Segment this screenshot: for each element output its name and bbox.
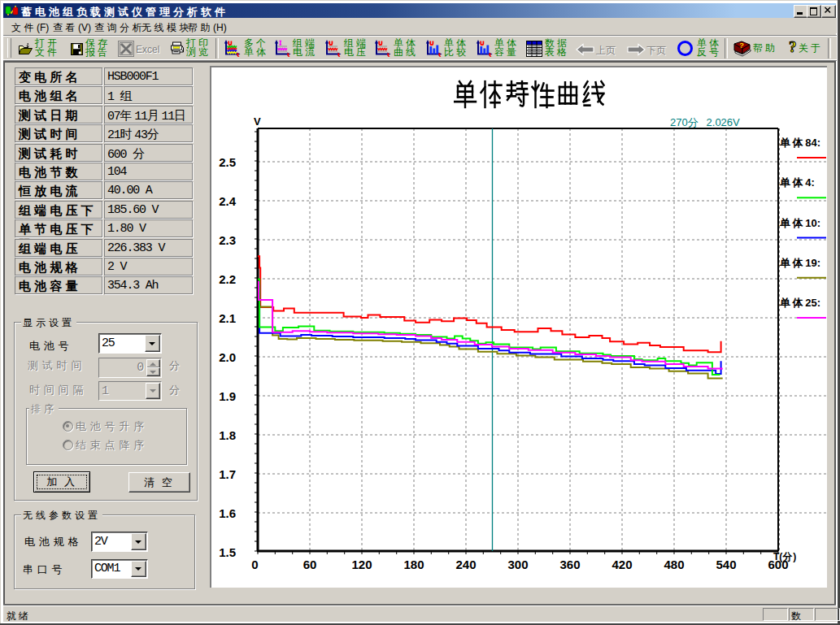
svg-text:1.5: 1.5	[219, 545, 236, 559]
svg-text:2.0: 2.0	[219, 350, 236, 364]
svg-text:2.4: 2.4	[219, 194, 237, 208]
svg-text:240: 240	[455, 558, 476, 571]
svg-text:300: 300	[507, 558, 528, 571]
svg-text:540: 540	[716, 558, 736, 571]
svg-text:2.5: 2.5	[219, 155, 236, 169]
svg-text:1.9: 1.9	[219, 389, 236, 403]
svg-text:2.3: 2.3	[219, 233, 236, 247]
svg-text:0: 0	[251, 558, 258, 571]
svg-text:1.6: 1.6	[219, 506, 236, 520]
svg-text:480: 480	[664, 558, 684, 571]
svg-text:60: 60	[303, 558, 317, 571]
svg-text:360: 360	[559, 558, 580, 571]
svg-text:2.1: 2.1	[219, 311, 236, 325]
svg-text:180: 180	[403, 558, 424, 571]
svg-text:120: 120	[351, 558, 372, 571]
svg-text:1.8: 1.8	[219, 428, 236, 442]
svg-text:V: V	[254, 115, 261, 128]
svg-text:2.2: 2.2	[219, 272, 236, 286]
svg-text:1.7: 1.7	[219, 467, 236, 481]
svg-text:T(分): T(分)	[773, 551, 796, 562]
svg-text:420: 420	[612, 558, 632, 571]
